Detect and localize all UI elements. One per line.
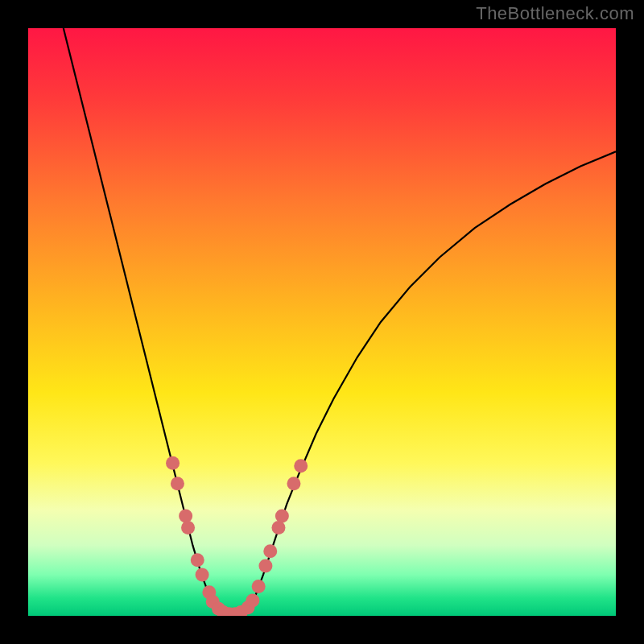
data-marker: [179, 509, 192, 522]
watermark-text: TheBottleneck.com: [476, 3, 634, 24]
data-marker: [287, 477, 300, 490]
data-marker: [246, 594, 259, 608]
data-marker: [294, 459, 308, 473]
data-marker: [258, 559, 272, 572]
data-marker: [166, 456, 180, 470]
plot-area: [28, 28, 616, 616]
chart-svg: [28, 28, 616, 616]
data-marker: [275, 509, 289, 522]
data-marker: [171, 477, 184, 490]
data-marker: [181, 521, 195, 535]
chart-container: TheBottleneck.com: [0, 0, 644, 644]
data-marker: [191, 553, 204, 567]
gradient-background: [28, 28, 616, 616]
data-marker: [252, 580, 266, 593]
data-marker: [196, 568, 209, 581]
data-marker: [263, 544, 277, 558]
data-marker: [271, 521, 285, 535]
